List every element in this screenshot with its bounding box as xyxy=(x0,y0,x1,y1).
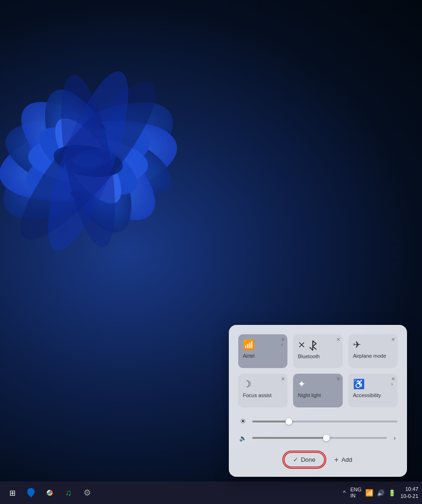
focus-icon-row: ☽ xyxy=(243,378,283,390)
accessibility-label: Accessibility xyxy=(353,392,381,398)
taskbar-clock[interactable]: 10:47 10-0-21 xyxy=(400,486,418,500)
nightlight-label: Night light xyxy=(298,392,321,398)
nightlight-icon-row: ✦ xyxy=(298,378,338,390)
plus-icon: + xyxy=(334,456,339,464)
add-label: Add xyxy=(341,456,352,463)
tray-volume-icon[interactable]: 🔊 xyxy=(377,489,384,496)
clock-date: 10-0-21 xyxy=(400,493,418,500)
tile-airplane[interactable]: ✕ ✈ Airplane mode xyxy=(348,334,398,368)
unpin-focus-icon[interactable]: ✕ xyxy=(281,376,285,382)
add-button[interactable]: + Add xyxy=(334,456,352,464)
unpin-nightlight-icon[interactable]: ✕ xyxy=(336,376,340,382)
accessibility-icon-row: ♿ › xyxy=(353,378,393,390)
focus-label: Focus assist xyxy=(243,392,271,398)
taskbar-spotify-icon[interactable]: ♫ xyxy=(60,484,77,501)
tray-battery-icon[interactable]: 🔋 xyxy=(388,489,396,496)
volume-slider-row: 🔈 › xyxy=(238,433,398,443)
brightness-slider[interactable] xyxy=(252,421,398,422)
unpin-accessibility-icon[interactable]: ✕ xyxy=(391,376,395,382)
tile-bluetooth[interactable]: ✕ ⨯ Bluetooth xyxy=(293,334,342,368)
taskbar-start-icon[interactable]: ⊞ xyxy=(4,484,21,501)
bluetooth-label: Bluetooth xyxy=(298,354,319,359)
unpin-bluetooth-icon[interactable]: ✕ xyxy=(336,337,340,343)
done-button[interactable]: ✓ Done xyxy=(284,452,325,467)
tile-accessibility[interactable]: ✕ ♿ › Accessibility xyxy=(348,374,398,407)
airplane-icon-row: ✈ xyxy=(353,339,393,350)
wifi-icon-row: 📶 › xyxy=(243,339,283,350)
volume-thumb[interactable] xyxy=(323,435,330,441)
brightness-fill xyxy=(252,421,289,422)
check-icon: ✓ xyxy=(293,456,298,463)
panel-footer: ✓ Done + Add xyxy=(238,452,398,467)
system-tray-icons: ENG IN 📶 🔊 🔋 xyxy=(350,487,396,499)
tray-wifi-icon[interactable]: 📶 xyxy=(365,489,373,496)
taskbar: ⊞ ♫ ⚙ ^ ENG IN 📶 🔊 🔋 10:47 xyxy=(0,481,422,504)
volume-slider[interactable] xyxy=(252,437,387,439)
airplane-icon: ✈ xyxy=(353,339,393,350)
brightness-icon: ☀ xyxy=(238,417,248,426)
svg-point-16 xyxy=(48,491,51,494)
taskbar-right: ^ ENG IN 📶 🔊 🔋 10:47 10-0-21 xyxy=(341,486,418,500)
taskbar-edge-icon[interactable] xyxy=(23,484,39,501)
brightness-slider-row: ☀ xyxy=(238,417,398,426)
taskbar-settings-icon[interactable]: ⚙ xyxy=(79,484,96,501)
volume-arrow-icon[interactable]: › xyxy=(392,433,398,443)
tiles-grid: ✕ 📶 › Airtel ✕ ⨯ Bluetooth ✕ ✈ xyxy=(238,334,398,407)
bluetooth-icon-row: ⨯ xyxy=(298,339,338,351)
taskbar-left: ⊞ ♫ ⚙ xyxy=(4,484,96,501)
wallpaper-flower xyxy=(0,0,234,361)
accessibility-icon: ♿ xyxy=(353,378,392,390)
sliders-section: ☀ 🔈 › xyxy=(238,417,398,443)
bluetooth-icon: ⨯ xyxy=(298,339,338,351)
tile-focus[interactable]: ✕ ☽ Focus assist xyxy=(238,374,287,407)
volume-icon: 🔈 xyxy=(238,435,248,442)
done-label: Done xyxy=(301,456,316,463)
unpin-wifi-icon[interactable]: ✕ xyxy=(281,337,285,343)
taskbar-chrome-icon[interactable] xyxy=(41,484,58,501)
tray-lang: ENG IN xyxy=(350,487,362,499)
quick-settings-panel: ✕ 📶 › Airtel ✕ ⨯ Bluetooth ✕ ✈ xyxy=(229,325,407,477)
volume-fill xyxy=(252,437,326,439)
airplane-label: Airplane mode xyxy=(353,353,386,359)
brightness-thumb[interactable] xyxy=(286,418,292,425)
system-tray-chevron[interactable]: ^ xyxy=(341,489,348,497)
moon-icon: ☽ xyxy=(243,378,283,390)
nightlight-icon: ✦ xyxy=(298,378,338,390)
clock-time: 10:47 xyxy=(400,486,418,493)
wifi-icon: 📶 xyxy=(243,339,281,350)
wifi-label: Airtel xyxy=(243,353,255,359)
unpin-airplane-icon[interactable]: ✕ xyxy=(391,337,395,343)
tile-wifi[interactable]: ✕ 📶 › Airtel xyxy=(238,334,287,368)
tile-nightlight[interactable]: ✕ ✦ Night light xyxy=(293,374,342,407)
